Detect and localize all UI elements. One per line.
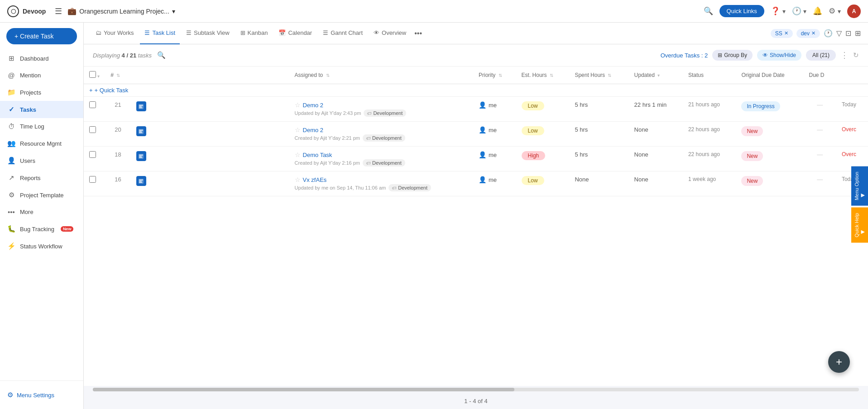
select-all-checkbox[interactable] — [89, 71, 96, 78]
help-icon[interactable]: ❓ ▾ — [771, 6, 786, 16]
sidebar-item-bug-tracking[interactable]: 🐛 Bug Tracking New — [0, 220, 83, 238]
task-checkbox-0[interactable] — [89, 101, 96, 108]
sidebar-item-users[interactable]: 👤 Users — [0, 152, 83, 169]
task-spent-3: None — [629, 171, 683, 196]
col-status-label: Status — [688, 72, 704, 78]
col-updated-sort[interactable]: ▾ — [657, 73, 660, 78]
quick-task-button[interactable]: + + Quick Task — [89, 87, 128, 94]
sidebar-item-tasks[interactable]: ✓ Tasks — [0, 101, 83, 118]
grid-icon[interactable]: ⊞ — [855, 29, 861, 38]
tab-kanban[interactable]: ⊞ Kanban — [236, 23, 273, 44]
header-refresh-icon[interactable]: ↻ — [853, 51, 859, 59]
projects-icon: 📁 — [7, 88, 15, 96]
tasks-icon: ✓ — [7, 105, 15, 114]
assigned-name-0: me — [489, 102, 497, 109]
horizontal-scrollbar[interactable] — [93, 388, 859, 391]
task-checkbox-1[interactable] — [89, 126, 96, 133]
sidebar-item-more[interactable]: ••• More — [0, 204, 83, 220]
col-num-sort-icon[interactable]: ⇅ — [116, 73, 120, 78]
tab-more-icon[interactable]: ••• — [414, 29, 422, 38]
task-name-2[interactable]: ☆ Demo Task — [295, 151, 468, 158]
star-icon-1[interactable]: ☆ — [295, 126, 301, 133]
tab-task-list[interactable]: ☰ Task List — [140, 23, 180, 44]
star-icon-3[interactable]: ☆ — [295, 176, 301, 183]
menu-settings-item[interactable]: ⚙ Menu Settings — [0, 386, 83, 404]
col-assigned-sort[interactable]: ⇅ — [326, 73, 330, 78]
sidebar-label-dashboard: Dashboard — [20, 55, 49, 62]
tag-icon-1: 🏷 — [366, 136, 371, 141]
time-icon[interactable]: 🕐 ▾ — [792, 6, 807, 16]
sidebar-label-reports: Reports — [20, 175, 41, 181]
task-assigned-3: 👤 me — [473, 171, 516, 196]
sidebar-item-dashboard[interactable]: ⊞ Dashboard — [0, 50, 83, 67]
col-spent-sort[interactable]: ⇅ — [608, 73, 611, 78]
app-logo[interactable]: ◯ Devoop — [7, 5, 46, 17]
menu-option-tab[interactable]: Menu Option ◀ — [851, 166, 868, 206]
quick-links-button[interactable]: Quick Links — [719, 5, 764, 17]
task-meta-3: Updated by me on Sep 14, Thu 11:06 am 🏷 … — [295, 184, 468, 191]
create-task-button[interactable]: + Create Task — [6, 28, 77, 44]
sidebar-item-timelog[interactable]: ⏱ Time Log — [0, 118, 83, 135]
sidebar-item-status-workflow[interactable]: ⚡ Status Workflow — [0, 238, 83, 255]
star-icon-0[interactable]: ☆ — [295, 101, 301, 109]
task-name-0[interactable]: ☆ Demo 2 — [295, 101, 468, 109]
col-est-sort[interactable]: ⇅ — [550, 73, 553, 78]
task-name-3[interactable]: ☆ Vx zfAEs — [295, 176, 468, 183]
columns-icon[interactable]: ⊡ — [845, 29, 851, 38]
task-type-icon-cell-1 — [131, 122, 289, 147]
col-priority-sort[interactable]: ⇅ — [499, 73, 502, 78]
col-assigned: Assigned to ⇅ — [289, 67, 473, 84]
filter-chip-dev[interactable]: dev ✕ — [796, 29, 820, 38]
project-selector[interactable]: 💼 Orangescrum Learning Projec... ▾ — [67, 7, 175, 15]
row-checkbox-cell-2 — [84, 147, 105, 171]
task-checkbox-3[interactable] — [89, 176, 96, 183]
chip-dev-close[interactable]: ✕ — [811, 30, 815, 36]
show-hide-button[interactable]: 👁 Show/Hide — [757, 50, 801, 61]
sidebar-item-reports[interactable]: ↗ Reports — [0, 169, 83, 186]
fab-add-button[interactable]: + — [828, 351, 850, 373]
task-meta-text-1: Created by Ajit Y'day 2:21 pm — [295, 135, 360, 141]
overdue-tasks-link[interactable]: Overdue Tasks : 2 — [661, 52, 708, 59]
sidebar-item-project-template[interactable]: ⚙ Project Template — [0, 186, 83, 204]
sidebar-item-projects[interactable]: 📁 Projects — [0, 84, 83, 101]
sidebar-item-mention[interactable]: @ Mention — [0, 67, 83, 84]
group-by-button[interactable]: ⊞ Group By — [712, 50, 753, 61]
tab-calendar[interactable]: 📅 Calendar — [274, 23, 317, 44]
display-suffix: tasks — [138, 52, 152, 59]
task-type-icon-cell-0 — [131, 97, 289, 122]
settings-icon[interactable]: ⚙ ▾ — [829, 6, 841, 16]
filter-icon[interactable]: ▽ — [836, 29, 842, 38]
quick-task-label: + Quick Task — [95, 87, 129, 94]
star-icon-2[interactable]: ☆ — [295, 151, 301, 158]
user-avatar[interactable]: A — [847, 5, 861, 18]
tab-your-works[interactable]: 🗂 Your Works — [91, 23, 138, 44]
tag-icon-3: 🏷 — [392, 185, 397, 190]
filter-chip-ss[interactable]: SS ✕ — [771, 29, 793, 38]
task-info-3: ☆ Vx zfAEs Updated by me on Sep 14, Thu … — [289, 171, 473, 196]
hamburger-icon[interactable]: ☰ — [55, 6, 62, 16]
sidebar-item-resource-mgmt[interactable]: 👥 Resource Mgmt — [0, 135, 83, 152]
task-checkbox-2[interactable] — [89, 151, 96, 158]
task-search-icon[interactable]: 🔍 — [157, 51, 166, 59]
pagination-text: 1 - 4 of 4 — [464, 398, 487, 404]
checkbox-dropdown-icon[interactable]: ▾ — [97, 74, 100, 79]
assigned-cell-2: 👤 me — [479, 151, 511, 158]
task-meta-1: Created by Ajit Y'day 2:21 pm 🏷 Developm… — [295, 134, 468, 142]
tab-subtask-view[interactable]: ☰ Subtask View — [182, 23, 234, 44]
menu-settings-label: Menu Settings — [17, 392, 54, 399]
task-name-1[interactable]: ☆ Demo 2 — [295, 126, 468, 133]
header-more-icon[interactable]: ⋮ — [840, 50, 849, 60]
bell-icon[interactable]: 🔔 — [813, 6, 822, 16]
task-meta-text-2: Created by Ajit Y'day 2:16 pm — [295, 160, 360, 166]
assigned-name-1: me — [489, 127, 497, 133]
col-priority: Priority ⇅ — [473, 67, 516, 84]
task-spent-2: None — [629, 147, 683, 171]
chip-ss-close[interactable]: ✕ — [784, 30, 788, 36]
tab-gantt[interactable]: ☰ Gannt Chart — [318, 23, 367, 44]
quick-help-tab[interactable]: Quick Help ◀ — [851, 208, 868, 243]
search-icon[interactable]: 🔍 — [704, 6, 713, 16]
clock-filter-icon[interactable]: 🕐 — [824, 29, 833, 38]
task-tag-0: 🏷 Development — [364, 109, 406, 117]
all-tasks-button[interactable]: All (21) — [806, 50, 836, 61]
tab-overview[interactable]: 👁 Overview — [369, 23, 411, 44]
